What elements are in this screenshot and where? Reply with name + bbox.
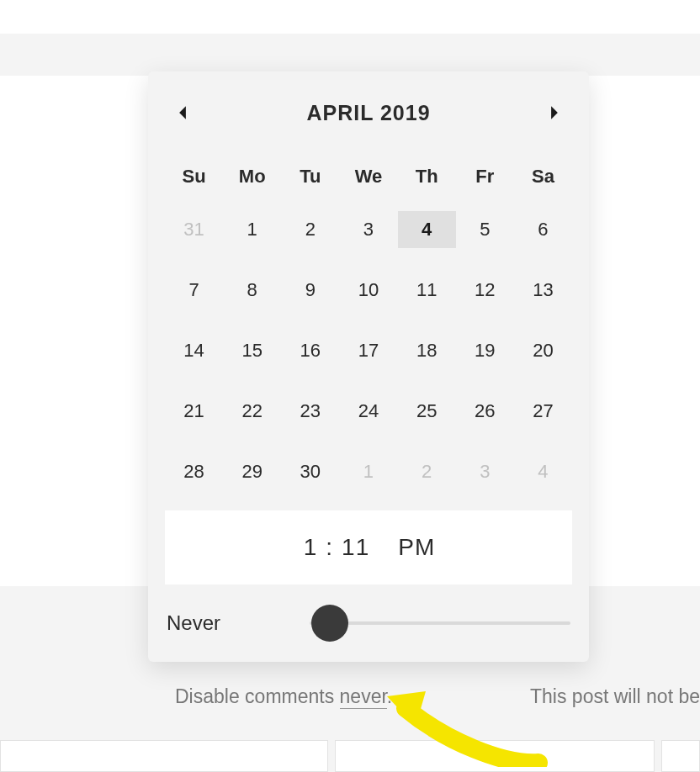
calendar-day[interactable]: 28 bbox=[165, 453, 223, 490]
disable-comments-link[interactable]: never bbox=[340, 685, 387, 709]
slider-track bbox=[310, 621, 570, 625]
calendar-day[interactable]: 3 bbox=[456, 453, 514, 490]
chevron-right-icon bbox=[549, 105, 560, 120]
calendar-day[interactable]: 13 bbox=[514, 272, 572, 309]
calendar-day[interactable]: 15 bbox=[223, 332, 281, 369]
chevron-left-icon bbox=[177, 105, 188, 120]
dow-header: Su bbox=[165, 166, 223, 188]
dow-header: Th bbox=[398, 166, 456, 188]
calendar-day[interactable]: 2 bbox=[398, 453, 456, 490]
calendar-day[interactable]: 31 bbox=[165, 211, 223, 248]
slider-handle[interactable] bbox=[311, 605, 348, 642]
calendar-day[interactable]: 17 bbox=[339, 332, 397, 369]
calendar-day[interactable]: 1 bbox=[339, 453, 397, 490]
dow-header: Fr bbox=[456, 166, 514, 188]
calendar-day[interactable]: 24 bbox=[339, 393, 397, 430]
calendar-day[interactable]: 2 bbox=[281, 211, 339, 248]
calendar-day[interactable]: 1 bbox=[223, 211, 281, 248]
calendar-day[interactable]: 11 bbox=[398, 272, 456, 309]
calendar-day[interactable]: 10 bbox=[339, 272, 397, 309]
bottom-panels bbox=[0, 740, 700, 772]
calendar-day[interactable]: 4 bbox=[398, 211, 456, 248]
calendar-day[interactable]: 29 bbox=[223, 453, 281, 490]
calendar-day[interactable]: 26 bbox=[456, 393, 514, 430]
calendar-day[interactable]: 8 bbox=[223, 272, 281, 309]
slider[interactable] bbox=[310, 606, 570, 640]
caption-suffix: . bbox=[387, 685, 392, 707]
disable-comments-caption: Disable comments never. bbox=[175, 685, 392, 708]
calendar-grid: SuMoTuWeThFrSa31123456789101112131415161… bbox=[165, 151, 572, 510]
post-status-caption: This post will not be bbox=[530, 685, 700, 708]
calendar-day[interactable]: 16 bbox=[281, 332, 339, 369]
dow-header: We bbox=[339, 166, 397, 188]
prev-month-button[interactable] bbox=[170, 100, 195, 125]
calendar-day[interactable]: 20 bbox=[514, 332, 572, 369]
time-ampm[interactable]: PM bbox=[398, 534, 435, 561]
calendar-day[interactable]: 25 bbox=[398, 393, 456, 430]
panel-1 bbox=[0, 740, 328, 772]
caption-prefix: Disable comments bbox=[175, 685, 340, 707]
top-band bbox=[0, 34, 700, 76]
calendar-day[interactable]: 14 bbox=[165, 332, 223, 369]
calendar-day[interactable]: 5 bbox=[456, 211, 514, 248]
datepicker-header: APRIL 2019 bbox=[165, 100, 572, 151]
calendar-day[interactable]: 4 bbox=[514, 453, 572, 490]
calendar-day[interactable]: 27 bbox=[514, 393, 572, 430]
calendar-day[interactable]: 23 bbox=[281, 393, 339, 430]
calendar-day[interactable]: 21 bbox=[165, 393, 223, 430]
calendar-day[interactable]: 3 bbox=[339, 211, 397, 248]
calendar-day[interactable]: 30 bbox=[281, 453, 339, 490]
next-month-button[interactable] bbox=[542, 100, 567, 125]
calendar-day[interactable]: 19 bbox=[456, 332, 514, 369]
calendar-day[interactable]: 18 bbox=[398, 332, 456, 369]
datepicker-popover: APRIL 2019 SuMoTuWeThFrSa311234567891011… bbox=[148, 71, 589, 662]
calendar-day[interactable]: 22 bbox=[223, 393, 281, 430]
calendar-day[interactable]: 7 bbox=[165, 272, 223, 309]
calendar-day[interactable]: 9 bbox=[281, 272, 339, 309]
disable-comments-slider-row: Never bbox=[165, 584, 572, 645]
month-year-title: APRIL 2019 bbox=[306, 101, 430, 125]
panel-3 bbox=[661, 740, 700, 772]
caption-row: Disable comments never. This post will n… bbox=[0, 685, 700, 708]
calendar-day[interactable]: 6 bbox=[514, 211, 572, 248]
dow-header: Tu bbox=[281, 166, 339, 188]
dow-header: Mo bbox=[223, 166, 281, 188]
time-hour[interactable]: 1 bbox=[302, 534, 320, 561]
panel-2 bbox=[335, 740, 655, 772]
time-picker[interactable]: 1 : 11 PM bbox=[165, 510, 572, 584]
calendar-day[interactable]: 12 bbox=[456, 272, 514, 309]
dow-header: Sa bbox=[514, 166, 572, 188]
slider-value-label: Never bbox=[167, 611, 310, 635]
time-colon: : bbox=[322, 534, 337, 561]
time-minute[interactable]: 11 bbox=[340, 534, 371, 561]
